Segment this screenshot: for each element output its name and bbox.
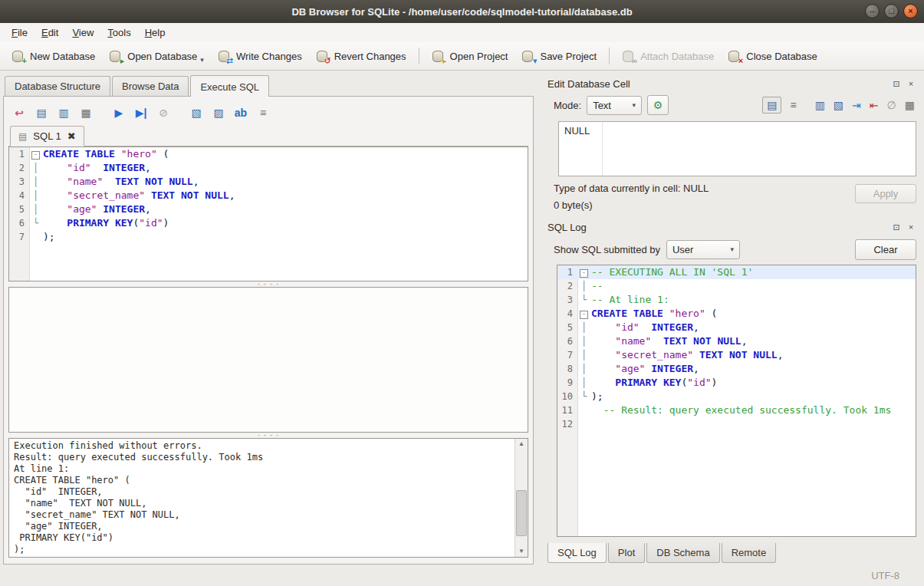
word-wrap-icon[interactable]: ≡: [790, 99, 796, 111]
save-sql-as-button[interactable]: ▥: [54, 104, 73, 122]
statusbar: UTF-8: [0, 565, 924, 586]
close-tab-icon[interactable]: ✖: [67, 130, 76, 142]
scroll-thumb[interactable]: [516, 490, 527, 536]
dock-tab-plot[interactable]: Plot: [608, 543, 645, 563]
sql-log-title: SQL Log: [547, 222, 891, 233]
scroll-up-icon[interactable]: [515, 439, 528, 449]
print-cell-icon[interactable]: ▦: [905, 99, 915, 111]
line-number: 7: [557, 348, 578, 362]
dock-tab-remote[interactable]: Remote: [722, 543, 777, 563]
save-results-button[interactable]: ▨: [209, 104, 228, 122]
menu-view[interactable]: View: [65, 25, 100, 41]
titlebar[interactable]: DB Browser for SQLite - /home/user/code/…: [0, 0, 924, 23]
scroll-down-icon[interactable]: [515, 546, 528, 557]
scrollbar[interactable]: [515, 439, 528, 557]
sql-editor[interactable]: 1-CREATE TABLE "hero" (2│ "id" INTEGER,3…: [8, 146, 528, 281]
save-file-icon[interactable]: ▧: [834, 99, 843, 111]
code-line[interactable]: 5│ "age" INTEGER,: [9, 202, 528, 216]
print-button[interactable]: ▦: [77, 104, 95, 122]
log-line[interactable]: 10└);: [557, 390, 916, 403]
set-null-icon[interactable]: ∅: [887, 99, 896, 111]
code-text: "id" INTEGER,: [590, 321, 916, 334]
tab-execute-sql[interactable]: Execute SQL: [190, 75, 269, 97]
revert-changes-button[interactable]: ↺Revert Changes: [309, 46, 413, 67]
code-line[interactable]: 4│ "secret_name" TEXT NOT NULL,: [9, 189, 528, 202]
close-panel-icon[interactable]: ×: [906, 78, 916, 89]
log-filter-select[interactable]: User: [666, 240, 740, 259]
clear-log-button[interactable]: Clear: [855, 239, 916, 260]
line-number: 3: [9, 175, 30, 189]
sql-tab[interactable]: ▤ SQL 1 ✖: [10, 126, 84, 146]
log-line[interactable]: 3└-- At line 1:: [557, 293, 916, 307]
fold-marker-icon[interactable]: -: [578, 265, 590, 279]
tab-database-structure[interactable]: Database Structure: [5, 76, 110, 96]
undock-panel-icon[interactable]: ⊡: [891, 78, 902, 89]
code-line[interactable]: 1-CREATE TABLE "hero" (: [9, 147, 528, 161]
code-line[interactable]: 6└ PRIMARY KEY("id"): [9, 216, 528, 230]
log-line[interactable]: 1--- EXECUTING ALL IN 'SQL 1': [557, 265, 916, 279]
code-text: "secret_name" TEXT NOT NULL,: [41, 189, 528, 202]
menu-edit[interactable]: Edit: [35, 25, 65, 41]
code-text: "name" TEXT NOT NULL,: [41, 175, 528, 189]
menu-tools[interactable]: Tools: [100, 25, 137, 41]
execute-current-line-button[interactable]: ▶|: [132, 104, 150, 122]
open-file-icon[interactable]: ▥: [815, 99, 825, 111]
results-grid[interactable]: [8, 287, 528, 433]
log-line[interactable]: 4-CREATE TABLE "hero" (: [557, 307, 916, 321]
maximize-button[interactable]: □: [884, 4, 899, 18]
dock-tab-db-schema[interactable]: DB Schema: [646, 543, 719, 563]
fold-marker-icon: [30, 230, 41, 244]
minimize-button[interactable]: –: [865, 4, 880, 18]
save-project-button[interactable]: ▾Save Project: [515, 46, 603, 67]
splitter-handle[interactable]: [8, 281, 528, 287]
code-text: "name" TEXT NOT NULL,: [590, 334, 916, 348]
fold-marker-icon: └: [30, 216, 41, 230]
find-replace-button[interactable]: ab: [232, 104, 250, 122]
log-line[interactable]: 7│ "secret_name" TEXT NOT NULL,: [557, 348, 916, 362]
dock-tab-sql-log[interactable]: SQL Log: [547, 543, 607, 563]
open-database-button[interactable]: ▸Open Database▾: [102, 44, 211, 67]
sql-log-view[interactable]: 1--- EXECUTING ALL IN 'SQL 1'2│--3└-- At…: [557, 265, 916, 537]
cell-size-info: 0 byte(s): [554, 199, 855, 211]
menu-help[interactable]: Help: [138, 25, 173, 41]
log-line[interactable]: 2│--: [557, 279, 916, 293]
log-line[interactable]: 12: [557, 417, 916, 431]
line-number: 10: [557, 390, 578, 403]
dropdown-arrow-icon[interactable]: ▾: [200, 56, 204, 64]
fold-marker-icon[interactable]: -: [30, 147, 41, 161]
menu-file[interactable]: File: [5, 25, 35, 41]
text-edit-icon[interactable]: ▤: [762, 97, 781, 114]
execute-all-button[interactable]: ▶: [110, 104, 128, 122]
save-sql-file-button[interactable]: ▤: [32, 104, 51, 122]
code-line[interactable]: 3│ "name" TEXT NOT NULL,: [9, 175, 528, 189]
import-icon[interactable]: ⇥: [852, 99, 861, 111]
line-number: 5: [9, 202, 30, 216]
close-database-button[interactable]: ×Close Database: [721, 46, 824, 67]
close-button[interactable]: ×: [903, 4, 918, 18]
scroll-track[interactable]: [515, 449, 528, 546]
tab-browse-data[interactable]: Browse Data: [112, 76, 189, 96]
code-line[interactable]: 7);: [9, 230, 528, 244]
fold-marker-icon[interactable]: -: [578, 307, 590, 321]
write-changes-button[interactable]: ⇄Write Changes: [211, 46, 309, 67]
log-line[interactable]: 6│ "name" TEXT NOT NULL,: [557, 334, 916, 348]
undock-panel-icon[interactable]: ⊡: [891, 222, 902, 232]
close-panel-icon[interactable]: ×: [906, 222, 916, 232]
log-line[interactable]: 8│ "age" INTEGER,: [557, 362, 916, 376]
cell-value-editor[interactable]: NULL: [558, 121, 916, 176]
format-sql-button[interactable]: ≡: [254, 104, 272, 122]
log-line[interactable]: 5│ "id" INTEGER,: [557, 321, 916, 334]
cell-editor-icons: ▤≡▥▧⇥⇤∅▦: [762, 97, 918, 114]
new-database-button[interactable]: +New Database: [5, 46, 102, 67]
mode-select[interactable]: Text: [587, 96, 642, 115]
open-project-button[interactable]: ▸Open Project: [425, 46, 515, 67]
splitter-handle[interactable]: [8, 433, 528, 438]
log-line[interactable]: 11 -- Result: query executed successfull…: [557, 403, 916, 417]
export-icon[interactable]: ⇤: [870, 99, 879, 111]
import-export-settings-icon[interactable]: ⚙: [647, 95, 669, 115]
log-line[interactable]: 9│ PRIMARY KEY("id"): [557, 376, 916, 390]
open-sql-file-button[interactable]: ↩: [10, 104, 28, 122]
open-results-button[interactable]: ▧: [187, 104, 206, 122]
fold-marker-icon: │: [578, 362, 590, 376]
code-line[interactable]: 2│ "id" INTEGER,: [9, 161, 528, 175]
